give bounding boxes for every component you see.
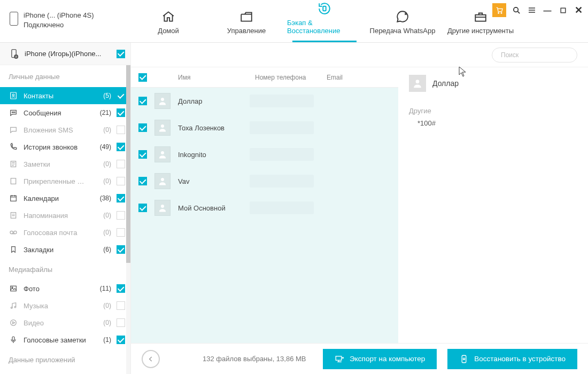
section-personal: Личные данные <box>0 65 130 87</box>
row-checkbox[interactable] <box>138 204 147 212</box>
back-button[interactable] <box>142 350 160 368</box>
bookmarks-checkbox[interactable] <box>117 245 125 254</box>
calls-icon <box>9 142 18 152</box>
music-checkbox[interactable] <box>117 301 125 310</box>
reminders-checkbox[interactable] <box>117 211 125 220</box>
sidebar-scrollbar[interactable] <box>126 65 130 374</box>
row-name: Inkognito <box>178 151 242 159</box>
sidebar-item-music[interactable]: Музыка (0) <box>0 297 130 314</box>
row-avatar <box>154 173 171 189</box>
svg-point-10 <box>12 112 12 112</box>
video-checkbox[interactable] <box>117 318 125 327</box>
maximize-button[interactable] <box>558 5 568 15</box>
restore-button[interactable]: Восстановить в устройство <box>447 349 577 369</box>
messages-checkbox[interactable] <box>117 108 125 117</box>
calendar-checkbox[interactable] <box>117 194 125 202</box>
export-button[interactable]: Экспорт на компьютер <box>323 349 437 369</box>
phone-refresh-icon <box>9 49 19 59</box>
row-name: Доллар <box>178 97 242 105</box>
sidebar-item-voicemail[interactable]: Голосовая почта (0) <box>0 224 130 241</box>
nav-whatsapp[interactable]: Передача WhatsApp <box>365 4 440 42</box>
row-phone-blur <box>250 95 314 107</box>
memos-checkbox[interactable] <box>117 336 125 344</box>
row-checkbox[interactable] <box>138 150 147 159</box>
svg-point-7 <box>14 54 18 58</box>
sidebar-item-photos[interactable]: Фото (11) <box>0 280 130 297</box>
svg-rect-4 <box>323 6 326 11</box>
svg-point-18 <box>14 231 17 233</box>
row-checkbox[interactable] <box>138 123 147 132</box>
row-name: Тоха Лозенков <box>178 124 242 132</box>
sms-att-icon <box>9 125 18 135</box>
sms-att-checkbox[interactable] <box>117 126 125 134</box>
folder-icon <box>239 10 253 24</box>
table-row[interactable]: Доллар <box>131 88 398 114</box>
search-input[interactable] <box>501 51 581 59</box>
section-media: Медиафайлы <box>0 258 130 280</box>
voicemail-checkbox[interactable] <box>117 228 125 237</box>
svg-point-17 <box>10 231 13 233</box>
table-row[interactable]: Vav <box>131 168 398 194</box>
svg-point-22 <box>14 306 16 308</box>
row-avatar <box>154 93 171 109</box>
voicemail-icon <box>9 228 18 237</box>
table-row[interactable]: Тоха Лозенков <box>131 114 398 141</box>
minimize-button[interactable]: — <box>542 5 553 15</box>
note-att-checkbox[interactable] <box>117 177 125 185</box>
svg-point-9 <box>12 94 14 96</box>
photos-icon <box>9 284 18 293</box>
sidebar-item-notes[interactable]: Заметки (0) <box>0 155 130 173</box>
detail-name: Доллар <box>432 79 459 88</box>
sidebar-item-bookmarks[interactable]: Закладки (6) <box>0 241 130 258</box>
calls-checkbox[interactable] <box>117 143 125 151</box>
svg-point-21 <box>11 307 12 309</box>
row-phone-blur <box>250 175 314 188</box>
sidebar-item-note-attachments[interactable]: Прикрепленные фа... (0) <box>0 173 130 190</box>
sidebar-item-sms-attachments[interactable]: Вложения SMS (0) <box>0 121 130 138</box>
notes-checkbox[interactable] <box>117 160 125 168</box>
row-name: Мой Основной <box>178 204 242 212</box>
sidebar-item-reminders[interactable]: Напоминания (0) <box>0 207 130 224</box>
messages-icon <box>9 108 18 118</box>
nav-backup[interactable]: Бэкап & Восстановление <box>287 0 362 42</box>
nav-tools[interactable]: Другие инструменты <box>443 4 518 42</box>
bookmarks-icon <box>9 245 18 254</box>
video-icon <box>9 318 18 328</box>
sidebar-item-voice-memos[interactable]: Голосовые заметки (1) <box>0 331 130 348</box>
device-name: iPhone (... (iPhone 4S) <box>24 11 94 20</box>
row-checkbox[interactable] <box>138 177 147 185</box>
svg-point-20 <box>12 287 13 288</box>
table-row[interactable]: Inkognito <box>131 141 398 168</box>
contacts-checkbox[interactable] <box>117 91 125 100</box>
device-status: Подключено <box>24 20 94 30</box>
row-checkbox[interactable] <box>138 97 147 105</box>
sidebar-item-calendar[interactable]: Календари (38) <box>0 190 130 207</box>
sidebar-item-video[interactable]: Видео (0) <box>0 314 130 331</box>
close-button[interactable]: ✕ <box>573 5 584 15</box>
backup-icon <box>318 2 331 15</box>
section-apps: Данные приложений <box>0 348 130 370</box>
sidebar-item-calls[interactable]: История звонков (49) <box>0 138 130 155</box>
reminders-icon <box>9 211 18 220</box>
table-row[interactable]: Мой Основной <box>131 194 398 221</box>
svg-rect-15 <box>11 196 17 201</box>
home-icon <box>161 10 175 24</box>
nav-manage[interactable]: Управление <box>209 4 284 42</box>
notes-icon <box>9 159 18 169</box>
table-header: Имя Номер телефона Email <box>131 67 398 88</box>
sidebar-item-contacts[interactable]: Контакты (5) <box>0 87 130 104</box>
music-icon <box>9 301 18 310</box>
search-box[interactable] <box>492 48 577 63</box>
nav-home[interactable]: Домой <box>131 4 206 42</box>
row-phone-blur <box>250 201 314 214</box>
row-avatar <box>154 120 171 136</box>
menu-icon[interactable] <box>527 5 537 15</box>
detail-other-value: *100# <box>409 119 577 127</box>
sidebar-device-row[interactable]: iPhone (Игорь)(iPhone... <box>0 43 130 65</box>
device-checkbox[interactable] <box>117 50 125 58</box>
row-avatar <box>154 200 171 216</box>
photos-checkbox[interactable] <box>117 284 125 293</box>
svg-point-11 <box>13 112 14 112</box>
select-all-checkbox[interactable] <box>138 73 147 82</box>
sidebar-item-messages[interactable]: Сообщения (21) <box>0 104 130 121</box>
